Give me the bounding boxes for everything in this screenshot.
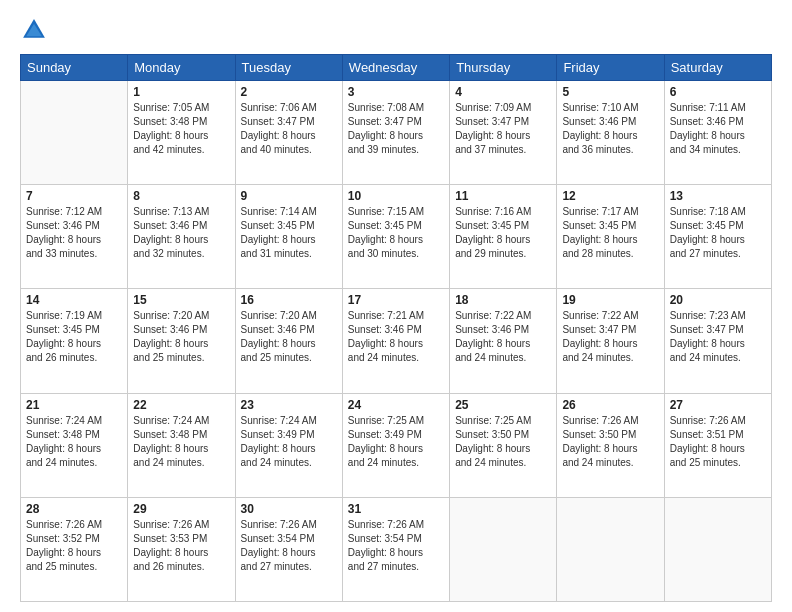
- day-number: 9: [241, 189, 337, 203]
- calendar-cell: [450, 497, 557, 601]
- day-number: 6: [670, 85, 766, 99]
- week-row-3: 14Sunrise: 7:19 AM Sunset: 3:45 PM Dayli…: [21, 289, 772, 393]
- calendar-cell: 7Sunrise: 7:12 AM Sunset: 3:46 PM Daylig…: [21, 185, 128, 289]
- cell-content: Sunrise: 7:09 AM Sunset: 3:47 PM Dayligh…: [455, 101, 551, 157]
- cell-content: Sunrise: 7:26 AM Sunset: 3:52 PM Dayligh…: [26, 518, 122, 574]
- day-number: 14: [26, 293, 122, 307]
- calendar-cell: 16Sunrise: 7:20 AM Sunset: 3:46 PM Dayli…: [235, 289, 342, 393]
- calendar-cell: 20Sunrise: 7:23 AM Sunset: 3:47 PM Dayli…: [664, 289, 771, 393]
- calendar-cell: 25Sunrise: 7:25 AM Sunset: 3:50 PM Dayli…: [450, 393, 557, 497]
- col-header-friday: Friday: [557, 55, 664, 81]
- col-header-thursday: Thursday: [450, 55, 557, 81]
- col-header-sunday: Sunday: [21, 55, 128, 81]
- page: SundayMondayTuesdayWednesdayThursdayFrid…: [0, 0, 792, 612]
- day-number: 16: [241, 293, 337, 307]
- calendar-cell: 24Sunrise: 7:25 AM Sunset: 3:49 PM Dayli…: [342, 393, 449, 497]
- day-number: 24: [348, 398, 444, 412]
- logo: [20, 16, 52, 44]
- cell-content: Sunrise: 7:15 AM Sunset: 3:45 PM Dayligh…: [348, 205, 444, 261]
- cell-content: Sunrise: 7:26 AM Sunset: 3:53 PM Dayligh…: [133, 518, 229, 574]
- calendar-table: SundayMondayTuesdayWednesdayThursdayFrid…: [20, 54, 772, 602]
- day-number: 4: [455, 85, 551, 99]
- calendar-cell: 12Sunrise: 7:17 AM Sunset: 3:45 PM Dayli…: [557, 185, 664, 289]
- calendar-cell: 2Sunrise: 7:06 AM Sunset: 3:47 PM Daylig…: [235, 81, 342, 185]
- calendar-cell: [664, 497, 771, 601]
- calendar-cell: 21Sunrise: 7:24 AM Sunset: 3:48 PM Dayli…: [21, 393, 128, 497]
- day-number: 8: [133, 189, 229, 203]
- day-number: 1: [133, 85, 229, 99]
- col-header-tuesday: Tuesday: [235, 55, 342, 81]
- col-header-saturday: Saturday: [664, 55, 771, 81]
- week-row-4: 21Sunrise: 7:24 AM Sunset: 3:48 PM Dayli…: [21, 393, 772, 497]
- cell-content: Sunrise: 7:13 AM Sunset: 3:46 PM Dayligh…: [133, 205, 229, 261]
- calendar-cell: 27Sunrise: 7:26 AM Sunset: 3:51 PM Dayli…: [664, 393, 771, 497]
- col-header-wednesday: Wednesday: [342, 55, 449, 81]
- cell-content: Sunrise: 7:20 AM Sunset: 3:46 PM Dayligh…: [241, 309, 337, 365]
- cell-content: Sunrise: 7:23 AM Sunset: 3:47 PM Dayligh…: [670, 309, 766, 365]
- cell-content: Sunrise: 7:22 AM Sunset: 3:46 PM Dayligh…: [455, 309, 551, 365]
- calendar-cell: 3Sunrise: 7:08 AM Sunset: 3:47 PM Daylig…: [342, 81, 449, 185]
- calendar-cell: 15Sunrise: 7:20 AM Sunset: 3:46 PM Dayli…: [128, 289, 235, 393]
- day-number: 5: [562, 85, 658, 99]
- day-number: 26: [562, 398, 658, 412]
- calendar-cell: 18Sunrise: 7:22 AM Sunset: 3:46 PM Dayli…: [450, 289, 557, 393]
- calendar-cell: 14Sunrise: 7:19 AM Sunset: 3:45 PM Dayli…: [21, 289, 128, 393]
- calendar-cell: 6Sunrise: 7:11 AM Sunset: 3:46 PM Daylig…: [664, 81, 771, 185]
- day-number: 22: [133, 398, 229, 412]
- day-number: 29: [133, 502, 229, 516]
- day-number: 2: [241, 85, 337, 99]
- day-number: 28: [26, 502, 122, 516]
- calendar-cell: 31Sunrise: 7:26 AM Sunset: 3:54 PM Dayli…: [342, 497, 449, 601]
- cell-content: Sunrise: 7:24 AM Sunset: 3:48 PM Dayligh…: [26, 414, 122, 470]
- calendar-cell: 10Sunrise: 7:15 AM Sunset: 3:45 PM Dayli…: [342, 185, 449, 289]
- day-number: 13: [670, 189, 766, 203]
- calendar-cell: 30Sunrise: 7:26 AM Sunset: 3:54 PM Dayli…: [235, 497, 342, 601]
- cell-content: Sunrise: 7:10 AM Sunset: 3:46 PM Dayligh…: [562, 101, 658, 157]
- day-number: 15: [133, 293, 229, 307]
- week-row-1: 1Sunrise: 7:05 AM Sunset: 3:48 PM Daylig…: [21, 81, 772, 185]
- calendar-cell: [21, 81, 128, 185]
- calendar-cell: 1Sunrise: 7:05 AM Sunset: 3:48 PM Daylig…: [128, 81, 235, 185]
- day-number: 19: [562, 293, 658, 307]
- day-number: 25: [455, 398, 551, 412]
- calendar-cell: 11Sunrise: 7:16 AM Sunset: 3:45 PM Dayli…: [450, 185, 557, 289]
- calendar-cell: 13Sunrise: 7:18 AM Sunset: 3:45 PM Dayli…: [664, 185, 771, 289]
- calendar-cell: 22Sunrise: 7:24 AM Sunset: 3:48 PM Dayli…: [128, 393, 235, 497]
- cell-content: Sunrise: 7:26 AM Sunset: 3:54 PM Dayligh…: [241, 518, 337, 574]
- calendar-cell: 19Sunrise: 7:22 AM Sunset: 3:47 PM Dayli…: [557, 289, 664, 393]
- day-number: 12: [562, 189, 658, 203]
- calendar-cell: 17Sunrise: 7:21 AM Sunset: 3:46 PM Dayli…: [342, 289, 449, 393]
- day-number: 30: [241, 502, 337, 516]
- calendar-cell: 23Sunrise: 7:24 AM Sunset: 3:49 PM Dayli…: [235, 393, 342, 497]
- day-number: 3: [348, 85, 444, 99]
- day-number: 11: [455, 189, 551, 203]
- day-number: 17: [348, 293, 444, 307]
- calendar-cell: 5Sunrise: 7:10 AM Sunset: 3:46 PM Daylig…: [557, 81, 664, 185]
- day-number: 21: [26, 398, 122, 412]
- cell-content: Sunrise: 7:18 AM Sunset: 3:45 PM Dayligh…: [670, 205, 766, 261]
- cell-content: Sunrise: 7:25 AM Sunset: 3:49 PM Dayligh…: [348, 414, 444, 470]
- calendar-cell: 4Sunrise: 7:09 AM Sunset: 3:47 PM Daylig…: [450, 81, 557, 185]
- cell-content: Sunrise: 7:22 AM Sunset: 3:47 PM Dayligh…: [562, 309, 658, 365]
- calendar-cell: 8Sunrise: 7:13 AM Sunset: 3:46 PM Daylig…: [128, 185, 235, 289]
- cell-content: Sunrise: 7:24 AM Sunset: 3:48 PM Dayligh…: [133, 414, 229, 470]
- calendar-cell: 28Sunrise: 7:26 AM Sunset: 3:52 PM Dayli…: [21, 497, 128, 601]
- cell-content: Sunrise: 7:11 AM Sunset: 3:46 PM Dayligh…: [670, 101, 766, 157]
- cell-content: Sunrise: 7:21 AM Sunset: 3:46 PM Dayligh…: [348, 309, 444, 365]
- cell-content: Sunrise: 7:26 AM Sunset: 3:54 PM Dayligh…: [348, 518, 444, 574]
- day-number: 27: [670, 398, 766, 412]
- logo-icon: [20, 16, 48, 44]
- cell-content: Sunrise: 7:26 AM Sunset: 3:51 PM Dayligh…: [670, 414, 766, 470]
- cell-content: Sunrise: 7:12 AM Sunset: 3:46 PM Dayligh…: [26, 205, 122, 261]
- cell-content: Sunrise: 7:26 AM Sunset: 3:50 PM Dayligh…: [562, 414, 658, 470]
- cell-content: Sunrise: 7:14 AM Sunset: 3:45 PM Dayligh…: [241, 205, 337, 261]
- week-row-2: 7Sunrise: 7:12 AM Sunset: 3:46 PM Daylig…: [21, 185, 772, 289]
- week-row-5: 28Sunrise: 7:26 AM Sunset: 3:52 PM Dayli…: [21, 497, 772, 601]
- cell-content: Sunrise: 7:05 AM Sunset: 3:48 PM Dayligh…: [133, 101, 229, 157]
- calendar-cell: [557, 497, 664, 601]
- cell-content: Sunrise: 7:06 AM Sunset: 3:47 PM Dayligh…: [241, 101, 337, 157]
- cell-content: Sunrise: 7:16 AM Sunset: 3:45 PM Dayligh…: [455, 205, 551, 261]
- calendar-cell: 26Sunrise: 7:26 AM Sunset: 3:50 PM Dayli…: [557, 393, 664, 497]
- day-number: 18: [455, 293, 551, 307]
- day-number: 7: [26, 189, 122, 203]
